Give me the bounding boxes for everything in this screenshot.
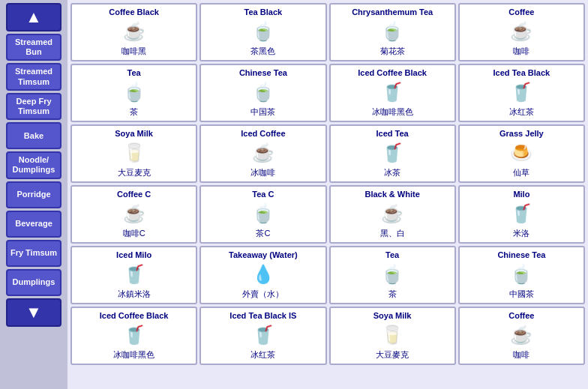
item-cell[interactable]: Black & White ☕ 黑、白 [329, 185, 456, 244]
item-name-cn: 冰咖啡黑色 [113, 349, 154, 361]
item-cell[interactable]: Tea Black 🍵 茶黑色 [200, 3, 326, 61]
item-cell[interactable]: Iced Tea Black 🥤 冰红茶 [458, 64, 585, 122]
item-name-en: Chinese Tea [497, 250, 545, 260]
item-icon: 🍵 [374, 261, 410, 288]
item-name-en: Coffee [508, 311, 534, 321]
item-name-en: Iced Coffee Black [358, 68, 427, 78]
item-name-cn: 茶 [130, 106, 138, 118]
item-cell[interactable]: Grass Jelly 🍮 仙草 [458, 124, 585, 183]
item-name-cn: 茶C [256, 228, 270, 239]
item-name-en: Iced Milo [116, 250, 152, 260]
item-name-en: Soya Milk [115, 129, 153, 139]
item-name-cn: 菊花茶 [380, 46, 405, 57]
item-cell[interactable]: Tea 🍵 茶 [70, 64, 197, 122]
item-name-cn: 仙草 [513, 167, 530, 178]
item-name-cn: 咖啡黑 [122, 46, 146, 57]
item-name-cn: 咖啡 [513, 349, 530, 361]
item-icon: 🥤 [116, 261, 152, 288]
item-cell[interactable]: Coffee C ☕ 咖啡C [70, 185, 197, 244]
item-cell[interactable]: Coffee ☕ 咖啡 [458, 3, 585, 61]
item-cell[interactable]: Chinese Tea 🍵 中國茶 [458, 246, 585, 304]
item-name-cn: 冰红茶 [509, 106, 534, 118]
item-icon: ☕ [116, 18, 152, 45]
item-name-en: Black & White [364, 190, 419, 199]
main-content: Coffee Black ☕ 咖啡黑 Tea Black 🍵 茶黑色 Chrys… [68, 0, 588, 389]
item-name-cn: 冰咖啡 [250, 167, 275, 178]
item-cell[interactable]: Iced Milo 🥤 冰鎮米洛 [70, 246, 197, 304]
item-icon: 🥤 [503, 79, 539, 106]
item-cell[interactable]: Soya Milk 🥛 大豆麦克 [70, 124, 197, 183]
item-icon: ☕ [503, 18, 539, 45]
item-icon: 🍵 [503, 261, 539, 288]
item-name-en: Tea Black [244, 7, 283, 17]
item-icon: 🥤 [374, 139, 410, 166]
item-icon: 🥛 [116, 139, 152, 166]
item-name-cn: 大豆麥克 [376, 349, 409, 361]
item-name-en: Iced Coffee Black [100, 311, 169, 321]
item-name-cn: 外賣（水） [242, 289, 284, 300]
sidebar-item-beverage[interactable]: Beverage [6, 211, 62, 238]
item-name-cn: 中國茶 [509, 289, 534, 300]
item-name-en: Iced Coffee [241, 129, 285, 139]
sidebar-item-streamed-timsum[interactable]: Streamed Timsum [6, 63, 62, 90]
item-icon: 🍵 [374, 18, 410, 45]
item-name-en: Coffee [508, 7, 534, 17]
nav-down-button[interactable]: ▼ [6, 298, 62, 327]
item-icon: 🍵 [245, 200, 281, 227]
item-name-cn: 黑、白 [380, 228, 405, 239]
item-cell[interactable]: Chinese Tea 🍵 中国茶 [200, 64, 326, 122]
item-icon: 🍮 [503, 139, 539, 166]
item-icon: 🥤 [374, 79, 410, 106]
item-icon: 🍵 [245, 18, 281, 45]
item-icon: 💧 [245, 261, 281, 288]
item-name-cn: 茶 [388, 289, 397, 300]
item-cell[interactable]: Coffee ☕ 咖啡 [458, 307, 585, 365]
item-icon: ☕ [116, 200, 152, 227]
item-name-cn: 茶黑色 [250, 46, 275, 57]
item-icon: 🍵 [116, 79, 152, 106]
item-name-cn: 冰茶 [384, 167, 400, 178]
sidebar-item-porridge[interactable]: Porridge [6, 181, 62, 208]
item-cell[interactable]: Milo 🥤 米洛 [458, 185, 585, 244]
item-icon: ☕ [503, 322, 539, 349]
item-icon: 🍵 [245, 79, 281, 106]
item-name-cn: 冰红茶 [250, 349, 275, 361]
item-name-en: Iced Tea Black [494, 68, 550, 78]
item-name-en: Takeaway (Water) [229, 250, 298, 260]
item-name-en: Tea [386, 250, 399, 260]
item-name-en: Chinese Tea [239, 68, 287, 78]
sidebar-item-dumplings[interactable]: Dumplings [6, 269, 62, 296]
items-grid: Coffee Black ☕ 咖啡黑 Tea Black 🍵 茶黑色 Chrys… [70, 3, 585, 365]
item-cell[interactable]: Iced Coffee Black 🥤 冰咖啡黑色 [329, 64, 456, 122]
item-cell[interactable]: Iced Tea Black IS 🥤 冰红茶 [200, 307, 326, 365]
item-cell[interactable]: Iced Coffee Black 🥤 冰咖啡黑色 [70, 307, 197, 365]
nav-up-button[interactable]: ▲ [6, 3, 62, 31]
sidebar-item-deep-fry-timsum[interactable]: Deep Fry Timsum [6, 93, 62, 120]
item-cell[interactable]: Tea 🍵 茶 [329, 246, 456, 304]
item-name-en: Grass Jelly [500, 129, 544, 139]
item-icon: 🥛 [374, 322, 410, 349]
item-icon: 🥤 [245, 322, 281, 349]
item-name-cn: 大豆麦克 [118, 167, 151, 178]
item-name-en: Tea [128, 68, 141, 78]
item-name-cn: 冰鎮米洛 [118, 289, 151, 300]
item-cell[interactable]: Chrysanthemum Tea 🍵 菊花茶 [329, 3, 456, 61]
item-name-cn: 中国茶 [250, 106, 275, 118]
sidebar-item-fry-timsum[interactable]: Fry Timsum [6, 240, 62, 267]
item-name-en: Tea C [252, 190, 274, 199]
item-name-en: Chrysanthemum Tea [352, 7, 433, 17]
sidebar-item-streamed-bun[interactable]: Streamed Bun [6, 34, 62, 61]
item-cell[interactable]: Iced Tea 🥤 冰茶 [329, 124, 456, 183]
item-cell[interactable]: Soya Milk 🥛 大豆麥克 [329, 307, 456, 365]
item-cell[interactable]: Takeaway (Water) 💧 外賣（水） [200, 246, 326, 304]
sidebar-item-noodle-dumplings[interactable]: Noodle/Dumplings [6, 151, 62, 178]
item-cell[interactable]: Coffee Black ☕ 咖啡黑 [70, 3, 197, 61]
item-name-en: Soya Milk [374, 311, 412, 321]
item-icon: ☕ [374, 200, 410, 227]
item-icon: 🥤 [503, 200, 539, 227]
item-name-cn: 米洛 [513, 228, 530, 239]
sidebar-item-bake[interactable]: Bake [6, 122, 62, 149]
item-cell[interactable]: Tea C 🍵 茶C [200, 185, 326, 244]
item-name-cn: 冰咖啡黑色 [372, 106, 413, 118]
item-cell[interactable]: Iced Coffee ☕ 冰咖啡 [200, 124, 326, 183]
